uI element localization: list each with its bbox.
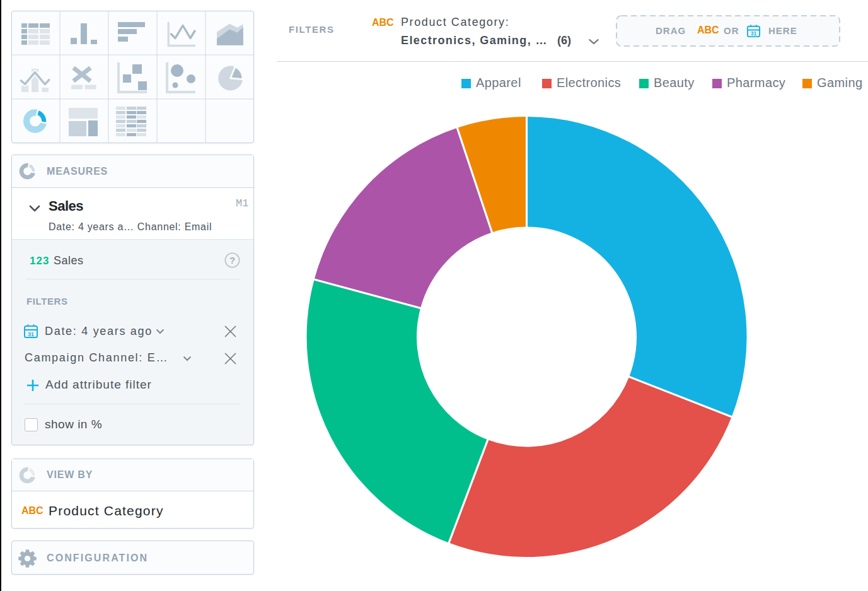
svg-text:31: 31 — [28, 331, 34, 337]
svg-text:31: 31 — [751, 30, 757, 37]
svg-text:?: ? — [229, 255, 235, 266]
